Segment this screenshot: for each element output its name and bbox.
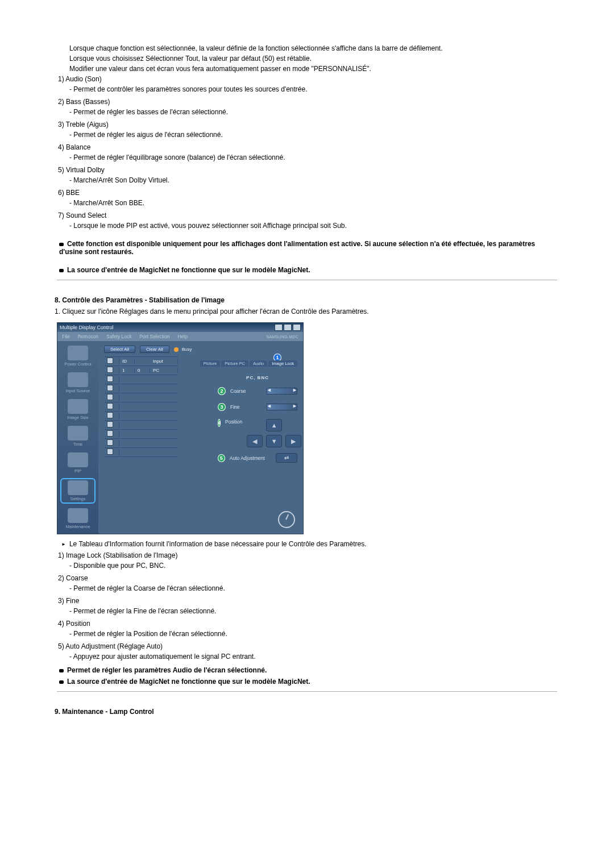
item-desc: - Permet de régler les aigus de l'écran …: [69, 131, 557, 139]
clear-all-button[interactable]: Clear All: [140, 346, 169, 353]
sidebar-label: PIP: [74, 468, 81, 474]
grid-row[interactable]: 1 0 PC: [104, 366, 178, 375]
auto-adjust-button[interactable]: ⇄: [276, 453, 297, 463]
item-desc: - Permet de régler l'équilibrage sonore …: [69, 153, 557, 161]
grid-cell-id: 1: [119, 368, 135, 373]
row-check[interactable]: [107, 439, 113, 446]
item-desc: - Appuyez pour ajuster automatiquement l…: [69, 653, 557, 661]
row-check[interactable]: [107, 385, 113, 391]
row-check[interactable]: [107, 412, 113, 418]
sidebar-maintenance[interactable]: Maintenance: [63, 508, 93, 529]
tab-image-lock[interactable]: Image Lock: [268, 360, 297, 367]
note-4: La source d'entrée de MagicNet ne foncti…: [59, 678, 557, 686]
menubar: File Remocon Safety Lock Port Selection …: [57, 332, 303, 341]
row-check[interactable]: [107, 403, 113, 409]
sidebar-power-control[interactable]: Power Control: [63, 346, 93, 367]
position-up-button[interactable]: ▲: [266, 419, 282, 431]
section-8-title: 8. Contrôle des Paramètres - Stabilisati…: [55, 296, 557, 304]
close-icon[interactable]: [293, 324, 301, 331]
menu-file[interactable]: File: [62, 334, 70, 339]
intro-line-2: Lorsque vous choisissez Sélectionner Tou…: [69, 55, 557, 63]
sidebar-time[interactable]: Time: [63, 426, 93, 447]
busy-indicator: Busy: [174, 347, 192, 352]
sidebar-pip[interactable]: PIP: [63, 452, 93, 474]
minimize-icon[interactable]: [275, 324, 283, 331]
row-check[interactable]: [107, 448, 113, 455]
titlebar: Multiple Display Control: [57, 323, 303, 332]
item-desc: - Marche/Arrêt Son Dolby Virtuel.: [69, 176, 557, 184]
tab-picture-pc[interactable]: Picture PC: [221, 360, 248, 367]
sidebar-label: Power Control: [64, 362, 92, 367]
section-8-step: 1. Cliquez sur l'icône Réglages dans le …: [55, 308, 557, 315]
row-check[interactable]: [107, 394, 113, 400]
coarse-slider[interactable]: [267, 388, 297, 394]
item-num: 1): [55, 551, 64, 559]
grid-head-id: ID: [119, 359, 135, 364]
sidebar-label: Settings: [70, 496, 85, 501]
panel-head: PC, BNC: [218, 375, 297, 380]
list-audio: 1) Audio (Son) - Permet de contrôler les…: [57, 75, 557, 230]
sidebar-settings[interactable]: Settings: [61, 479, 94, 502]
grid-cell: 0: [135, 368, 150, 373]
sidebar-image-size[interactable]: Image Size: [63, 399, 93, 420]
maximize-icon[interactable]: [284, 324, 292, 331]
item-title: Virtual Dolby: [66, 166, 105, 174]
list-image-lock: 1) Image Lock (Stabilisation de l'Image)…: [57, 551, 557, 661]
row-check[interactable]: [107, 421, 113, 427]
item-title: Position: [66, 620, 90, 628]
sidebar-label: Time: [73, 442, 82, 447]
row-check[interactable]: [107, 430, 113, 437]
item-title: Fine: [66, 597, 79, 605]
note-1: Cette fonction est disponible uniquement…: [59, 240, 557, 256]
callout-marker-4: 4: [218, 419, 221, 427]
fine-slider[interactable]: [267, 404, 297, 410]
image-lock-panel: PC, BNC 2 Coarse 3 Fine 4 Position: [218, 375, 297, 463]
item-title: Bass (Basses): [66, 98, 110, 106]
item-title: BBE: [66, 189, 80, 197]
window-buttons: [275, 324, 301, 331]
check-all[interactable]: [107, 358, 113, 364]
row-check[interactable]: [107, 376, 113, 382]
tab-audio[interactable]: Audio: [250, 360, 267, 367]
sidebar: Power Control Input Source Image Size Ti…: [57, 341, 98, 534]
row-check[interactable]: [107, 367, 113, 373]
item-desc: - Permet de régler la Position de l'écra…: [69, 630, 557, 638]
item-num: 3): [55, 597, 64, 605]
image-size-icon: [68, 399, 88, 414]
item-title: Balance: [66, 143, 90, 151]
menu-remocon[interactable]: Remocon: [78, 334, 98, 339]
sidebar-label: Maintenance: [66, 524, 90, 529]
coarse-label: Coarse: [230, 388, 262, 394]
display-grid: ID Input 1 0 PC: [104, 356, 178, 457]
callout-marker-2: 2: [218, 387, 226, 395]
menu-port-selection[interactable]: Port Selection: [140, 334, 170, 339]
item-desc: - Disponible que pour PC, BNC.: [69, 562, 557, 570]
item-num: 5): [55, 642, 64, 650]
tab-picture[interactable]: Picture: [200, 360, 220, 367]
grid-head-input: Input: [150, 359, 178, 364]
menu-help[interactable]: Help: [177, 334, 187, 339]
item-desc: - Lorsque le mode PIP est activé, vous p…: [69, 222, 557, 230]
separator-2: [57, 691, 557, 692]
item-num: 5): [55, 166, 64, 174]
item-title: Audio (Son): [65, 75, 101, 83]
separator: [57, 280, 557, 280]
note-2: La source d'entrée de MagicNet ne foncti…: [59, 266, 557, 274]
time-icon: [68, 426, 88, 441]
sidebar-input-source[interactable]: Input Source: [63, 372, 93, 393]
position-down-button[interactable]: ▼: [266, 435, 282, 447]
busy-dot-icon: [174, 347, 179, 352]
item-num: 2): [55, 574, 64, 582]
mdc-app-window: Multiple Display Control File Remocon Sa…: [57, 322, 304, 534]
auto-adjust-label: Auto Adjustment: [230, 455, 271, 461]
position-right-button[interactable]: ▶: [285, 435, 301, 447]
tabs: Picture Picture PC Audio Image Lock: [200, 360, 297, 367]
loading-spinner-icon: [278, 511, 295, 528]
position-left-button[interactable]: ◀: [247, 435, 263, 447]
item-num: 7): [55, 211, 64, 219]
select-all-button[interactable]: Select All: [104, 346, 135, 353]
position-pad: ▲ ◀ ▼ ▶: [247, 419, 301, 447]
menu-safety-lock[interactable]: Safety Lock: [106, 334, 131, 339]
item-title: Sound Select: [66, 211, 106, 219]
main-pane: Select All Clear All Busy 1 Picture Pict…: [98, 341, 303, 534]
